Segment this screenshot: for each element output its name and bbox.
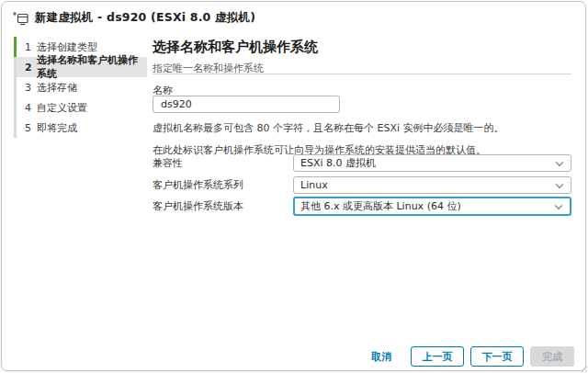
step-label: 选择创建类型	[37, 40, 97, 54]
name-rule-note: 虚拟机名称最多可包含 80 个字符，且名称在每个 ESXi 实例中必须是唯一的。	[153, 121, 571, 135]
step-label: 选择存储	[37, 81, 77, 95]
step-item-customize[interactable]: 4 自定义设置	[17, 97, 147, 118]
chevron-down-icon	[556, 180, 563, 187]
step-number: 2	[25, 62, 37, 73]
compatibility-value: ESXi 8.0 虚拟机	[300, 156, 376, 170]
step-item-ready[interactable]: 5 即将完成	[17, 118, 147, 138]
compatibility-label: 兼容性	[153, 154, 183, 173]
header-divider	[153, 73, 571, 74]
step-number: 1	[25, 41, 37, 53]
guest-os-family-select[interactable]: Linux	[293, 176, 571, 194]
compatibility-row: 兼容性 ESXi 8.0 虚拟机	[153, 154, 571, 173]
step-number: 5	[25, 122, 37, 134]
guest-os-version-label: 客户机操作系统版本	[153, 198, 243, 216]
guest-os-version-row: 客户机操作系统版本 其他 6.x 或更高版本 Linux (64 位)	[153, 198, 571, 216]
guest-os-version-select[interactable]: 其他 6.x 或更高版本 Linux (64 位)	[293, 197, 571, 216]
guest-os-family-value: Linux	[300, 179, 328, 191]
dialog-header: 新建虚拟机 - ds920 (ESXi 8.0 虚拟机)	[13, 10, 255, 26]
finish-button: 完成	[530, 346, 574, 367]
wizard-step-list: 1 选择创建类型 2 选择名称和客户机操作系统 3 选择存储 4 自定义设置 5…	[14, 37, 147, 138]
guest-os-version-value: 其他 6.x 或更高版本 Linux (64 位)	[300, 199, 461, 213]
new-vm-icon	[13, 11, 28, 26]
step-label: 自定义设置	[37, 101, 87, 115]
page-title: 选择名称和客户机操作系统	[153, 39, 318, 56]
step-label: 即将完成	[37, 121, 77, 135]
guest-os-family-row: 客户机操作系统系列 Linux	[153, 176, 571, 195]
step-number: 3	[25, 82, 37, 94]
step-content-panel: 选择名称和客户机操作系统 指定唯一名称和操作系统 名称 虚拟机名称最多可包含 8…	[153, 39, 571, 314]
step-number: 4	[25, 102, 37, 114]
vm-name-input[interactable]	[153, 96, 340, 113]
step-item-storage[interactable]: 3 选择存储	[17, 77, 147, 97]
compatibility-select[interactable]: ESXi 8.0 虚拟机	[293, 154, 571, 172]
new-vm-wizard-dialog: 新建虚拟机 - ds920 (ESXi 8.0 虚拟机) 1 选择创建类型 2 …	[1, 1, 586, 371]
guest-os-family-label: 客户机操作系统系列	[153, 176, 243, 195]
step-item-name-os[interactable]: 2 选择名称和客户机操作系统	[17, 57, 147, 77]
cancel-button[interactable]: 取消	[366, 346, 397, 367]
next-button[interactable]: 下一页	[470, 346, 524, 367]
chevron-down-icon	[555, 201, 562, 209]
dialog-title: 新建虚拟机 - ds920 (ESXi 8.0 虚拟机)	[35, 10, 255, 26]
back-button[interactable]: 上一页	[411, 346, 464, 367]
chevron-down-icon	[556, 158, 563, 165]
wizard-footer: 取消 上一页 下一页 完成	[366, 346, 574, 367]
